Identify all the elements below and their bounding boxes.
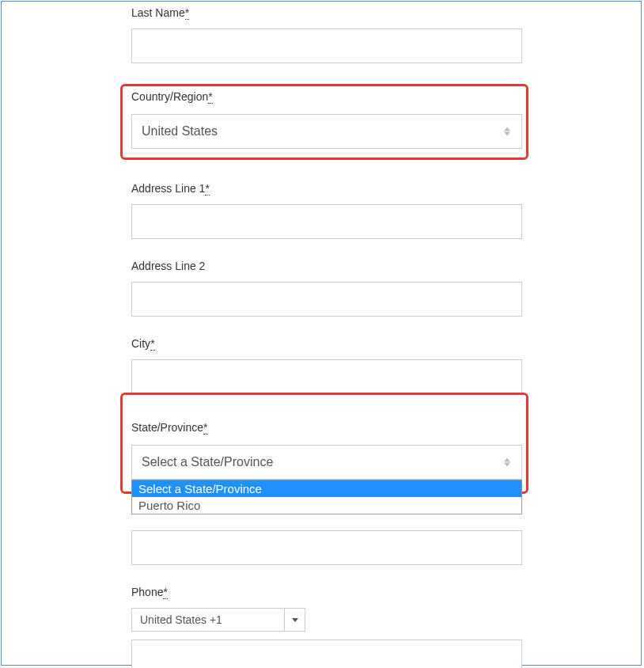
state-province-label: State/Province* — [131, 421, 522, 434]
city-label: City* — [131, 337, 522, 350]
address1-input[interactable] — [131, 204, 522, 239]
state-option-placeholder[interactable]: Select a State/Province — [132, 480, 521, 497]
last-name-input[interactable] — [131, 28, 522, 63]
city-input[interactable] — [131, 359, 522, 394]
address2-input[interactable] — [131, 282, 522, 317]
zip-input[interactable] — [131, 530, 522, 565]
state-province-dropdown: Select a State/Province Puerto Rico — [131, 480, 522, 514]
country-region-select[interactable]: United States — [131, 114, 522, 149]
address1-label: Address Line 1* — [131, 182, 522, 195]
phone-country-code-select[interactable]: United States +1 — [131, 608, 305, 632]
country-region-value: United States — [142, 124, 218, 139]
chevron-updown-icon — [504, 458, 510, 467]
state-province-select[interactable]: Select a State/Province — [131, 445, 522, 480]
phone-country-code-value: United States +1 — [140, 613, 222, 626]
country-region-label: Country/Region* — [131, 90, 522, 103]
chevron-updown-icon — [504, 127, 510, 136]
phone-label: Phone* — [131, 586, 522, 598]
chevron-down-icon — [284, 609, 305, 631]
address2-label: Address Line 2 — [131, 260, 522, 272]
last-name-label: Last Name* — [131, 6, 522, 19]
phone-input[interactable] — [131, 640, 522, 668]
state-province-value: Select a State/Province — [142, 455, 273, 469]
state-option-puerto-rico[interactable]: Puerto Rico — [132, 497, 521, 514]
